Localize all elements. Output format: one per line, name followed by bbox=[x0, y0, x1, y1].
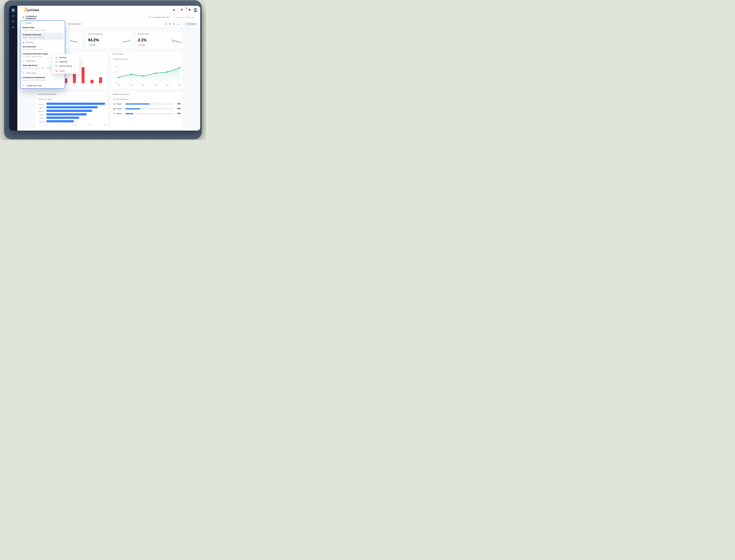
view-context-menu: Rename Duplicate Version History Delete bbox=[52, 54, 79, 74]
menu-item-label: Rename bbox=[59, 56, 66, 59]
item-menu-button[interactable]: ⋯ bbox=[61, 47, 63, 49]
section-label: Admin Views bbox=[26, 72, 36, 74]
toolbar-right: Last updated 4:02 PM Customise Dashboard bbox=[148, 14, 196, 21]
section-header-team-views: Team Views bbox=[23, 60, 35, 62]
section-header-default: ☆ Default bbox=[23, 22, 31, 24]
lock-icon bbox=[23, 72, 25, 74]
context-menu-duplicate[interactable]: Duplicate bbox=[53, 60, 78, 64]
x-axis-label: Dec bbox=[154, 84, 157, 86]
x-axis-label: Fri bbox=[80, 84, 86, 86]
new-view-button[interactable]: New View bbox=[183, 22, 198, 26]
x-axis-label: 8 bbox=[59, 124, 63, 126]
item-menu-button[interactable]: ⋯ bbox=[61, 27, 63, 30]
green-dot-icon bbox=[23, 42, 24, 43]
last-updated-text: Last updated 4:02 PM bbox=[151, 16, 169, 18]
progress-track bbox=[125, 113, 174, 114]
filterbar-actions: New View bbox=[165, 21, 198, 27]
view-meta: You · Mar 5, 2026 12:12 PM bbox=[23, 49, 43, 50]
plus-icon bbox=[185, 23, 187, 25]
y-axis-label: 3.5 bbox=[116, 82, 118, 84]
create-new-view-label: Create New View bbox=[26, 85, 42, 87]
bar-fri bbox=[82, 67, 85, 83]
customise-dashboard-button[interactable]: Customise Dashboard bbox=[171, 15, 196, 20]
view-meta: System · Feb 17, 2026 5:30 PM bbox=[23, 29, 45, 31]
csat-trend-card: CSAT Trend Satisfaction trend 54.74.33.9… bbox=[110, 52, 183, 90]
top-header: osTicket bbox=[17, 6, 200, 14]
admin-shield-user-icon[interactable] bbox=[188, 8, 191, 11]
progress-fill bbox=[125, 108, 140, 109]
download-icon[interactable] bbox=[177, 23, 179, 25]
view-title: Company Overview (copy) bbox=[23, 53, 48, 55]
x-axis-label: Sat bbox=[89, 84, 95, 86]
refresh-icon[interactable] bbox=[165, 23, 167, 25]
bar-sun bbox=[99, 77, 102, 83]
x-axis-label: 32 bbox=[103, 124, 107, 126]
kpi-delta-badge: ↗ 2.1% bbox=[88, 43, 97, 46]
view-meta: Sarah Johnson · Feb 14, 2026 7:45 PM bbox=[23, 67, 51, 69]
x-axis-label: Nov bbox=[142, 84, 145, 86]
bar-thu bbox=[73, 74, 76, 83]
data-point bbox=[155, 73, 156, 74]
chevron-down-icon bbox=[81, 23, 83, 25]
x-axis-label: Oct bbox=[130, 84, 133, 86]
history-icon bbox=[55, 65, 57, 67]
dark-mode-moon-icon[interactable] bbox=[173, 8, 176, 11]
view-title: Default View bbox=[23, 26, 34, 29]
trend-up-icon: ↗ bbox=[89, 44, 91, 46]
kpi-sparkline bbox=[123, 39, 131, 43]
menu-item-label: Duplicate bbox=[59, 61, 67, 63]
department-label: Department bbox=[71, 23, 81, 25]
kpi-title: Reopen Rate bbox=[138, 33, 150, 35]
progress-fill bbox=[125, 103, 150, 105]
pencil-icon bbox=[173, 16, 175, 18]
context-menu-version-history[interactable]: Version History bbox=[53, 64, 78, 68]
dashboard-toolbar: Compliance Dashboard Last updated 4:02 P… bbox=[17, 14, 200, 21]
dashboard-view-selector[interactable]: Compliance Dashboard bbox=[21, 15, 51, 20]
context-menu-rename[interactable]: Rename bbox=[53, 55, 78, 60]
plus-icon bbox=[23, 85, 25, 87]
x-axis-label: 24 bbox=[88, 124, 93, 126]
view-meta: Admin · Mar 5, 2026 4:15 PM bbox=[23, 36, 44, 38]
grid-icon bbox=[22, 16, 25, 19]
item-menu-button[interactable]: ⋯ bbox=[61, 77, 63, 80]
user-avatar[interactable] bbox=[193, 8, 198, 12]
channel-row-email: Email 450 bbox=[110, 102, 183, 106]
kpi-value: 2.1% bbox=[138, 38, 147, 42]
kpi-value: 94.2% bbox=[88, 38, 99, 42]
data-point bbox=[179, 67, 180, 69]
brand-logo: osTicket bbox=[23, 7, 39, 13]
section-header-admin-views: Admin Views bbox=[23, 72, 36, 74]
department-filter[interactable]: Department bbox=[66, 22, 85, 26]
copy-icon[interactable] bbox=[173, 23, 175, 25]
kpi-card-sla-compliance: SLA Compliance 94.2% ↗ 2.1% bbox=[86, 31, 133, 49]
view-title: SLA Overview bbox=[23, 46, 36, 48]
envelope-icon bbox=[113, 103, 116, 105]
y-axis-label: 3.9 bbox=[116, 76, 118, 78]
channel-label: Email bbox=[116, 103, 121, 105]
y-axis-label: 5 bbox=[117, 62, 118, 63]
version-history-icon[interactable] bbox=[169, 23, 171, 25]
channel-row-portal: Portal 280 bbox=[110, 107, 183, 110]
brand-name: osTicket bbox=[27, 8, 39, 13]
trash-icon bbox=[55, 70, 57, 72]
context-menu-delete[interactable]: Delete bbox=[53, 69, 78, 73]
x-axis-label: Jan bbox=[166, 84, 169, 86]
avatar-photo bbox=[193, 8, 198, 12]
create-new-view-button[interactable]: Create New View bbox=[23, 85, 42, 87]
kpi-sparkline bbox=[171, 39, 181, 43]
app-window: osTicket bbox=[9, 6, 200, 131]
tickets-icon[interactable] bbox=[12, 14, 15, 17]
progress-fill bbox=[125, 113, 133, 114]
agents-icon[interactable] bbox=[12, 20, 15, 23]
view-title: Compliance Dashboard bbox=[23, 76, 45, 79]
notifications-bell-icon[interactable] bbox=[180, 8, 183, 11]
star-icon: ☆ bbox=[23, 22, 25, 24]
sidebar-item-dashboard[interactable] bbox=[11, 8, 16, 13]
globe-icon bbox=[113, 108, 116, 110]
panel-divider bbox=[21, 41, 65, 41]
sidebar bbox=[9, 6, 17, 131]
kpi-delta-value: 2.1% bbox=[91, 44, 95, 46]
customise-label: Customise Dashboard bbox=[176, 16, 194, 18]
settings-gear-icon[interactable] bbox=[12, 26, 15, 29]
item-menu-button[interactable]: ⋯ bbox=[61, 35, 63, 37]
